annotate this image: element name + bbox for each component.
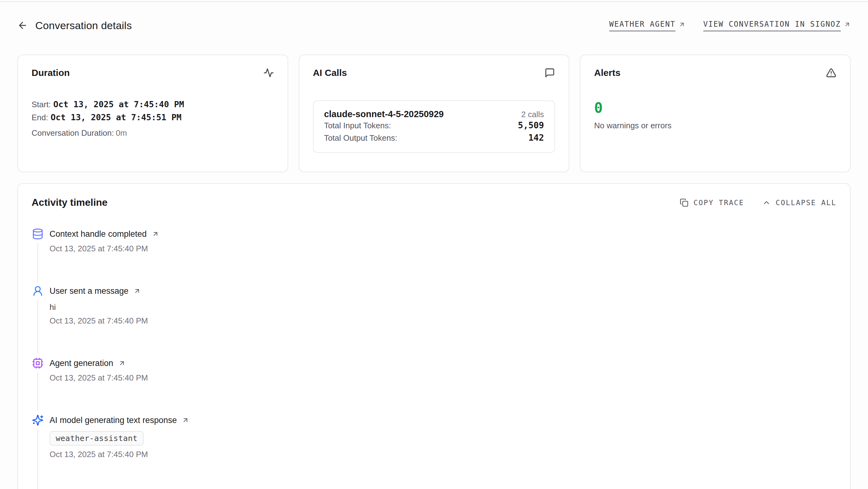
arrow-up-right-icon	[152, 230, 159, 238]
header-left: Conversation details	[17, 20, 132, 32]
timeline-item-agent-generation: Agent generation Oct 13, 2025 at 7:45:40…	[32, 357, 836, 414]
timeline-item-timestamp: Oct 13, 2025 at 7:45:40 PM	[50, 373, 148, 383]
end-time-row: End:Oct 13, 2025 at 7:45:51 PM	[32, 111, 274, 124]
view-conversation-signoz-link[interactable]: VIEW CONVERSATION IN SIGNOZ	[703, 20, 851, 31]
copy-icon	[680, 198, 688, 207]
external-link-arrow-icon	[679, 21, 685, 28]
end-label: End:	[32, 113, 48, 122]
weather-agent-link[interactable]: WEATHER AGENT	[609, 20, 685, 31]
alerts-card-title: Alerts	[594, 67, 620, 78]
timeline-item-title-row: Context handle completed	[50, 228, 159, 240]
alert-triangle-icon	[826, 67, 836, 78]
conversation-duration-value: 0m	[116, 128, 127, 138]
timeline-item-body: Agent generation Oct 13, 2025 at 7:45:40…	[50, 357, 148, 414]
open-span-link[interactable]	[118, 359, 126, 367]
input-tokens-row: Total Input Tokens: 5,509	[324, 119, 544, 132]
timeline-item-body: AI model generating text response weathe…	[50, 414, 189, 489]
start-value: Oct 13, 2025 at 7:45:40 PM	[53, 99, 184, 109]
timeline-item-timestamp: Oct 13, 2025 at 7:45:40 PM	[50, 316, 148, 326]
copy-trace-button[interactable]: COPY TRACE	[680, 198, 744, 207]
page-header: Conversation details WEATHER AGENT VIEW …	[17, 18, 851, 33]
agent-name-badge: weather-assistant	[50, 431, 144, 445]
output-tokens-label: Total Output Tokens:	[324, 132, 398, 144]
open-span-link[interactable]	[152, 230, 159, 238]
timeline-items: Context handle completed Oct 13, 2025 at…	[32, 228, 836, 489]
timeline-rail	[32, 285, 44, 357]
timeline-connector	[37, 429, 38, 489]
user-icon	[32, 285, 44, 297]
timeline-item-title-row: Agent generation	[50, 357, 148, 369]
start-label: Start:	[32, 100, 51, 109]
duration-card-title: Duration	[32, 67, 70, 78]
timeline-rail	[32, 228, 44, 285]
model-call-count: 2 calls	[521, 110, 544, 119]
open-span-link[interactable]	[182, 416, 189, 424]
open-span-link[interactable]	[133, 287, 141, 295]
arrow-up-right-icon	[182, 416, 189, 424]
back-button[interactable]	[17, 20, 28, 31]
arrow-left-icon	[17, 20, 28, 31]
page-title: Conversation details	[35, 20, 132, 32]
timeline-header: Activity timeline COPY TRACE COLLAPSE AL…	[32, 197, 836, 208]
model-header-row: claude-sonnet-4-5-20250929 2 calls	[324, 109, 544, 119]
model-usage-box: claude-sonnet-4-5-20250929 2 calls Total…	[313, 100, 555, 153]
timeline-item-context-handle: Context handle completed Oct 13, 2025 at…	[32, 228, 836, 285]
timeline-connector	[37, 243, 38, 282]
conversation-details-page: Conversation details WEATHER AGENT VIEW …	[0, 0, 868, 489]
view-conversation-link-label: VIEW CONVERSATION IN SIGNOZ	[703, 20, 841, 31]
input-tokens-label: Total Input Tokens:	[324, 119, 391, 132]
timeline-connector	[37, 372, 38, 411]
weather-agent-link-label: WEATHER AGENT	[609, 20, 676, 31]
top-divider	[0, 1, 868, 2]
conversation-duration-row: Conversation Duration:0m	[32, 127, 274, 139]
collapse-all-label: COLLAPSE ALL	[776, 199, 836, 207]
end-value: Oct 13, 2025 at 7:45:51 PM	[51, 113, 182, 122]
timeline-item-body: User sent a message hi Oct 13, 2025 at 7…	[50, 285, 148, 357]
timeline-item-title: AI model generating text response	[50, 415, 177, 425]
ai-calls-card-title: AI Calls	[313, 67, 347, 78]
timeline-item-ai-text-response: AI model generating text response weathe…	[32, 414, 836, 489]
timeline-item-body: Context handle completed Oct 13, 2025 at…	[50, 228, 159, 285]
alerts-count: 0	[594, 100, 836, 116]
message-square-icon	[545, 67, 555, 78]
timeline-title: Activity timeline	[32, 197, 107, 208]
collapse-all-button[interactable]: COLLAPSE ALL	[762, 198, 836, 207]
alerts-card: Alerts 0 No warnings or errors	[580, 55, 851, 172]
timeline-connector	[37, 300, 38, 354]
timeline-item-title-row: User sent a message	[50, 285, 148, 297]
summary-cards: Duration Start:Oct 13, 2025 at 7:45:40 P…	[17, 55, 851, 172]
model-name: claude-sonnet-4-5-20250929	[324, 109, 444, 119]
input-tokens-value: 5,509	[518, 119, 544, 132]
copy-trace-label: COPY TRACE	[693, 199, 744, 207]
header-links: WEATHER AGENT VIEW CONVERSATION IN SIGNO…	[609, 20, 851, 31]
timeline-item-title: User sent a message	[50, 286, 128, 296]
timeline-item-timestamp: Oct 13, 2025 at 7:45:40 PM	[50, 450, 189, 459]
arrow-up-right-icon	[118, 359, 126, 367]
arrow-up-right-icon	[133, 287, 141, 295]
timeline-item-title-row: AI model generating text response	[50, 414, 189, 426]
alerts-message: No warnings or errors	[594, 121, 836, 131]
timeline-item-timestamp: Oct 13, 2025 at 7:45:40 PM	[50, 244, 159, 254]
chevron-up-icon	[762, 198, 771, 207]
ai-calls-card-header: AI Calls	[313, 67, 555, 78]
activity-icon	[264, 67, 274, 78]
conversation-duration-label: Conversation Duration:	[32, 128, 114, 138]
ai-calls-card: AI Calls claude-sonnet-4-5-20250929 2 ca…	[299, 55, 569, 172]
cpu-icon	[32, 357, 44, 369]
timeline-item-user-message: User sent a message hi Oct 13, 2025 at 7…	[32, 285, 836, 357]
activity-timeline-card: Activity timeline COPY TRACE COLLAPSE AL…	[17, 183, 851, 489]
output-tokens-value: 142	[528, 132, 544, 144]
database-icon	[32, 228, 44, 240]
start-time-row: Start:Oct 13, 2025 at 7:45:40 PM	[32, 98, 274, 111]
timeline-rail	[32, 357, 44, 414]
duration-card-header: Duration	[32, 67, 274, 78]
alerts-card-header: Alerts	[594, 67, 836, 78]
timeline-item-title: Agent generation	[50, 358, 113, 368]
timeline-rail	[32, 414, 44, 489]
external-link-arrow-icon	[844, 21, 851, 28]
timeline-item-title: Context handle completed	[50, 229, 147, 239]
alerts-card-body: 0 No warnings or errors	[594, 100, 836, 131]
timeline-actions: COPY TRACE COLLAPSE ALL	[680, 198, 836, 207]
duration-card: Duration Start:Oct 13, 2025 at 7:45:40 P…	[17, 55, 288, 172]
duration-card-body: Start:Oct 13, 2025 at 7:45:40 PM End:Oct…	[32, 98, 274, 139]
